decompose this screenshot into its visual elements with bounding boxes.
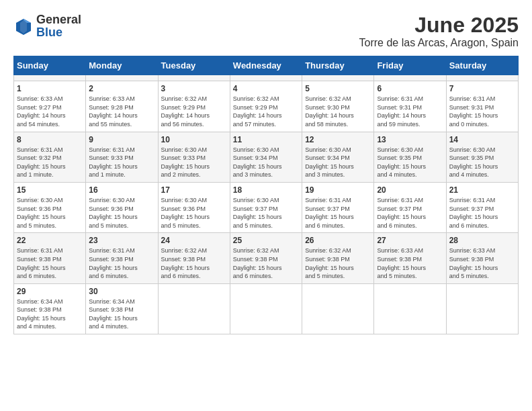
day-number: 5: [305, 84, 371, 93]
day-info: Sunrise: 6:31 AM Sunset: 9:37 PM Dayligh…: [377, 196, 443, 230]
header-tuesday: Tuesday: [158, 56, 230, 75]
calendar-cell: 11Sunrise: 6:30 AM Sunset: 9:34 PM Dayli…: [230, 132, 302, 182]
day-number: 21: [449, 185, 515, 195]
day-number: 29: [17, 287, 83, 296]
day-info: Sunrise: 6:33 AM Sunset: 9:38 PM Dayligh…: [449, 246, 515, 280]
day-number: 30: [89, 287, 154, 296]
calendar-cell: 18Sunrise: 6:30 AM Sunset: 9:37 PM Dayli…: [230, 182, 302, 232]
day-info: Sunrise: 6:32 AM Sunset: 9:38 PM Dayligh…: [233, 246, 299, 280]
day-info: Sunrise: 6:30 AM Sunset: 9:37 PM Dayligh…: [233, 196, 299, 230]
day-number: 10: [161, 135, 227, 144]
calendar-cell: [446, 283, 518, 334]
logo-icon: [13, 16, 34, 36]
day-info: Sunrise: 6:31 AM Sunset: 9:38 PM Dayligh…: [17, 246, 83, 280]
calendar-table: SundayMondayTuesdayWednesdayThursdayFrid…: [13, 56, 519, 334]
day-number: 22: [17, 236, 83, 245]
day-number: 24: [161, 236, 227, 245]
day-info: Sunrise: 6:32 AM Sunset: 9:29 PM Dayligh…: [161, 95, 227, 128]
day-number: 16: [89, 185, 154, 195]
day-info: Sunrise: 6:31 AM Sunset: 9:37 PM Dayligh…: [449, 196, 515, 230]
calendar-week-row: 29Sunrise: 6:34 AM Sunset: 9:38 PM Dayli…: [14, 283, 519, 334]
day-info: Sunrise: 6:31 AM Sunset: 9:32 PM Dayligh…: [17, 146, 83, 179]
day-info: Sunrise: 6:32 AM Sunset: 9:38 PM Dayligh…: [161, 246, 227, 280]
calendar-cell: 13Sunrise: 6:30 AM Sunset: 9:35 PM Dayli…: [374, 132, 446, 182]
header: General Blue June 2025 Torre de las Arca…: [13, 13, 519, 49]
calendar-cell: 27Sunrise: 6:33 AM Sunset: 9:38 PM Dayli…: [374, 233, 446, 283]
day-info: Sunrise: 6:31 AM Sunset: 9:31 PM Dayligh…: [449, 95, 515, 128]
day-info: Sunrise: 6:30 AM Sunset: 9:34 PM Dayligh…: [233, 146, 299, 179]
calendar-week-row: 1Sunrise: 6:33 AM Sunset: 9:27 PM Daylig…: [14, 81, 519, 132]
location-title: Torre de las Arcas, Aragon, Spain: [359, 37, 519, 49]
calendar-cell: 22Sunrise: 6:31 AM Sunset: 9:38 PM Dayli…: [14, 233, 86, 283]
calendar-cell: [446, 75, 518, 81]
logo: General Blue: [13, 13, 81, 39]
calendar-header-row: SundayMondayTuesdayWednesdayThursdayFrid…: [14, 56, 519, 75]
svg-marker-3: [20, 20, 27, 34]
header-saturday: Saturday: [446, 56, 518, 75]
day-number: 14: [449, 135, 515, 144]
day-number: 18: [233, 185, 299, 195]
calendar-cell: 12Sunrise: 6:30 AM Sunset: 9:34 PM Dayli…: [302, 132, 374, 182]
calendar-cell: 4Sunrise: 6:32 AM Sunset: 9:29 PM Daylig…: [230, 81, 302, 132]
calendar-cell: [302, 283, 374, 334]
calendar-cell: [14, 75, 86, 81]
calendar-week-row: [14, 75, 519, 81]
calendar-cell: [302, 75, 374, 81]
calendar-cell: 20Sunrise: 6:31 AM Sunset: 9:37 PM Dayli…: [374, 182, 446, 232]
day-info: Sunrise: 6:31 AM Sunset: 9:31 PM Dayligh…: [377, 95, 443, 128]
calendar-cell: [374, 283, 446, 334]
calendar-cell: 21Sunrise: 6:31 AM Sunset: 9:37 PM Dayli…: [446, 182, 518, 232]
calendar-cell: [158, 75, 230, 81]
svg-marker-2: [27, 23, 31, 31]
calendar-cell: 7Sunrise: 6:31 AM Sunset: 9:31 PM Daylig…: [446, 81, 518, 132]
day-number: 6: [377, 84, 443, 93]
calendar-cell: [230, 75, 302, 81]
calendar-cell: 30Sunrise: 6:34 AM Sunset: 9:38 PM Dayli…: [86, 283, 158, 334]
calendar-cell: 26Sunrise: 6:32 AM Sunset: 9:38 PM Dayli…: [302, 233, 374, 283]
day-info: Sunrise: 6:32 AM Sunset: 9:30 PM Dayligh…: [305, 95, 371, 128]
day-info: Sunrise: 6:33 AM Sunset: 9:27 PM Dayligh…: [17, 95, 83, 128]
calendar-cell: 3Sunrise: 6:32 AM Sunset: 9:29 PM Daylig…: [158, 81, 230, 132]
calendar-cell: 16Sunrise: 6:30 AM Sunset: 9:36 PM Dayli…: [86, 182, 158, 232]
calendar-cell: [158, 283, 230, 334]
header-sunday: Sunday: [14, 56, 86, 75]
day-number: 12: [305, 135, 371, 144]
day-info: Sunrise: 6:30 AM Sunset: 9:36 PM Dayligh…: [161, 196, 227, 230]
day-info: Sunrise: 6:30 AM Sunset: 9:35 PM Dayligh…: [377, 146, 443, 179]
calendar-week-row: 8Sunrise: 6:31 AM Sunset: 9:32 PM Daylig…: [14, 132, 519, 182]
day-info: Sunrise: 6:32 AM Sunset: 9:38 PM Dayligh…: [305, 246, 371, 280]
day-info: Sunrise: 6:33 AM Sunset: 9:28 PM Dayligh…: [89, 95, 154, 128]
header-monday: Monday: [86, 56, 158, 75]
logo-text: General Blue: [36, 13, 81, 39]
day-info: Sunrise: 6:31 AM Sunset: 9:33 PM Dayligh…: [89, 146, 154, 179]
header-wednesday: Wednesday: [230, 56, 302, 75]
day-info: Sunrise: 6:33 AM Sunset: 9:38 PM Dayligh…: [377, 246, 443, 280]
calendar-week-row: 15Sunrise: 6:30 AM Sunset: 9:36 PM Dayli…: [14, 182, 519, 232]
day-info: Sunrise: 6:30 AM Sunset: 9:34 PM Dayligh…: [305, 146, 371, 179]
day-number: 1: [17, 84, 83, 93]
calendar-cell: 28Sunrise: 6:33 AM Sunset: 9:38 PM Dayli…: [446, 233, 518, 283]
calendar-cell: 17Sunrise: 6:30 AM Sunset: 9:36 PM Dayli…: [158, 182, 230, 232]
calendar-cell: 15Sunrise: 6:30 AM Sunset: 9:36 PM Dayli…: [14, 182, 86, 232]
header-friday: Friday: [374, 56, 446, 75]
day-info: Sunrise: 6:30 AM Sunset: 9:36 PM Dayligh…: [89, 196, 154, 230]
day-number: 27: [377, 236, 443, 245]
title-area: June 2025 Torre de las Arcas, Aragon, Sp…: [359, 13, 519, 49]
day-info: Sunrise: 6:30 AM Sunset: 9:35 PM Dayligh…: [449, 146, 515, 179]
day-number: 9: [89, 135, 154, 144]
day-info: Sunrise: 6:34 AM Sunset: 9:38 PM Dayligh…: [89, 298, 154, 331]
calendar-cell: 10Sunrise: 6:30 AM Sunset: 9:33 PM Dayli…: [158, 132, 230, 182]
day-number: 7: [449, 84, 515, 93]
calendar-cell: [374, 75, 446, 81]
day-number: 17: [161, 185, 227, 195]
calendar-cell: 23Sunrise: 6:31 AM Sunset: 9:38 PM Dayli…: [86, 233, 158, 283]
day-number: 4: [233, 84, 299, 93]
day-number: 23: [89, 236, 154, 245]
calendar-cell: 9Sunrise: 6:31 AM Sunset: 9:33 PM Daylig…: [86, 132, 158, 182]
calendar-cell: 24Sunrise: 6:32 AM Sunset: 9:38 PM Dayli…: [158, 233, 230, 283]
day-number: 8: [17, 135, 83, 144]
calendar-cell: [230, 283, 302, 334]
day-number: 26: [305, 236, 371, 245]
day-number: 25: [233, 236, 299, 245]
day-number: 15: [17, 185, 83, 195]
